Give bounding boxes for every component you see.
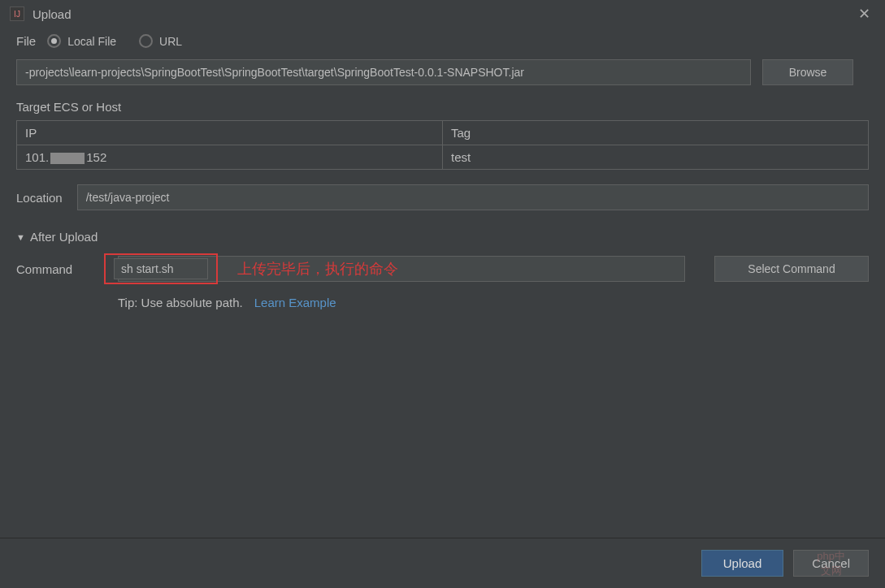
chevron-down-icon: ▼ bbox=[16, 232, 25, 242]
command-highlight-box bbox=[104, 253, 218, 284]
file-path-input[interactable] bbox=[16, 59, 751, 85]
radio-icon bbox=[139, 34, 153, 48]
radio-url[interactable]: URL bbox=[139, 34, 182, 48]
upload-button[interactable]: Upload bbox=[701, 550, 784, 577]
close-icon[interactable]: ✕ bbox=[853, 5, 875, 23]
col-tag: Tag bbox=[443, 121, 868, 145]
location-label: Location bbox=[16, 191, 63, 205]
command-input[interactable] bbox=[114, 258, 208, 279]
col-ip: IP bbox=[17, 121, 443, 145]
cell-tag: test bbox=[443, 145, 868, 169]
file-label: File bbox=[16, 34, 36, 48]
radio-icon bbox=[47, 34, 61, 48]
browse-button[interactable]: Browse bbox=[762, 59, 853, 85]
cell-ip: 101.152 bbox=[17, 145, 443, 169]
location-input[interactable] bbox=[77, 184, 869, 210]
app-icon: IJ bbox=[10, 6, 24, 21]
select-command-button[interactable]: Select Command bbox=[714, 256, 869, 282]
dialog-title: Upload bbox=[33, 7, 72, 21]
titlebar: IJ Upload ✕ bbox=[0, 0, 885, 28]
target-label: Target ECS or Host bbox=[16, 100, 869, 114]
radio-url-label: URL bbox=[159, 35, 182, 48]
after-upload-header[interactable]: ▼ After Upload bbox=[16, 230, 869, 244]
command-label: Command bbox=[16, 262, 89, 276]
radio-local-file[interactable]: Local File bbox=[47, 34, 116, 48]
tip-text: Tip: Use absolute path. bbox=[118, 296, 243, 309]
after-upload-label: After Upload bbox=[30, 230, 98, 244]
annotation-text: 上传完毕后，执行的命令 bbox=[237, 259, 398, 279]
learn-example-link[interactable]: Learn Example bbox=[254, 296, 336, 309]
radio-local-label: Local File bbox=[67, 35, 116, 48]
footer: Upload Cancel php中文网 bbox=[0, 538, 885, 588]
target-table: IP Tag 101.152 test bbox=[16, 120, 869, 170]
table-row[interactable]: 101.152 test bbox=[17, 145, 868, 169]
cancel-button[interactable]: Cancel php中文网 bbox=[793, 550, 869, 577]
